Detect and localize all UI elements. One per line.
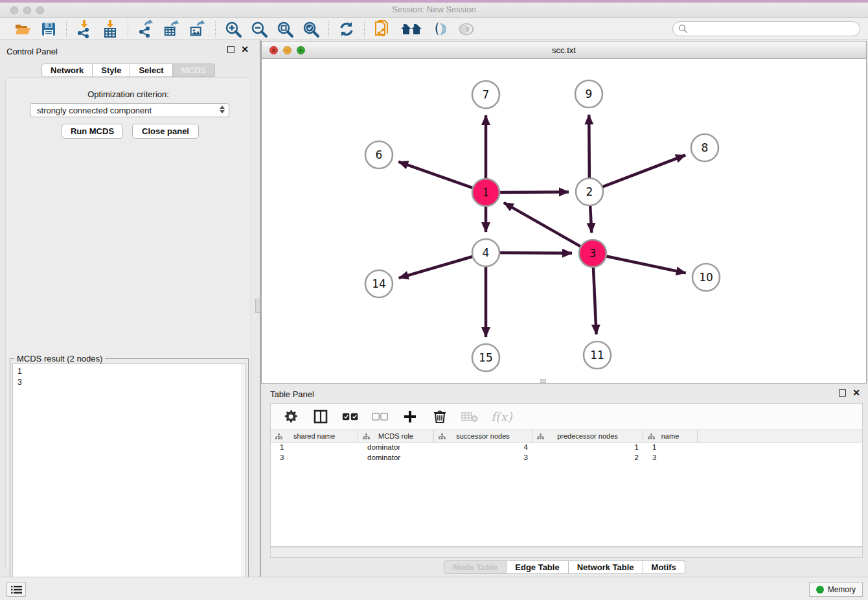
column-header-shared-name[interactable]: shared name — [271, 430, 358, 442]
split-columns-icon[interactable] — [312, 408, 329, 425]
cell-shared-name[interactable]: 1 — [271, 443, 358, 453]
criterion-value: strongly connected component — [37, 106, 152, 115]
mcds-result-text[interactable]: 1 3 — [12, 363, 246, 600]
zoom-out-icon[interactable] — [251, 21, 268, 38]
horizontal-splitter-handle[interactable] — [540, 379, 546, 383]
function-builder-icon[interactable]: f(x) — [491, 410, 512, 424]
select-all-icon[interactable] — [342, 408, 359, 425]
column-header-MCDS-role[interactable]: MCDS role — [358, 430, 434, 442]
node-label-6: 6 — [376, 148, 383, 161]
save-session-icon[interactable] — [40, 21, 57, 38]
deselect-all-icon[interactable] — [372, 408, 389, 425]
control-panel-float-icon[interactable] — [227, 46, 234, 53]
cell-successor-nodes[interactable]: 3 — [434, 453, 532, 463]
chevron-up-down-icon — [220, 106, 225, 113]
edge-4-3[interactable] — [497, 253, 572, 253]
tab-node-table[interactable]: Node Table — [444, 560, 507, 574]
import-network-icon[interactable] — [76, 21, 93, 38]
node-label-14: 14 — [372, 277, 386, 290]
edge-2-3[interactable] — [590, 203, 591, 233]
column-header-name[interactable]: name — [643, 430, 698, 442]
network-canvas[interactable]: 7968124314101511 — [262, 59, 866, 383]
window-titlebar: Session: New Session — [0, 0, 868, 18]
cell-MCDS-role[interactable]: dominator — [358, 453, 434, 463]
hide-selected-icon[interactable] — [458, 21, 475, 38]
window-title: Session: New Session — [0, 5, 868, 14]
control-panel-tabs: NetworkStyleSelectMCDS — [0, 63, 257, 77]
status-bar: Memory — [0, 577, 868, 600]
run-mcds-button[interactable]: Run MCDS — [62, 124, 123, 139]
import-table-icon[interactable] — [102, 21, 119, 38]
tab-motifs[interactable]: Motifs — [643, 560, 685, 574]
table-panel: Table Panel ✕ f(x) shared nameMCDS roles… — [261, 386, 868, 577]
delete-column-icon[interactable] — [431, 408, 448, 425]
zoom-fit-icon[interactable] — [277, 21, 293, 38]
network-window-title: scc.txt — [262, 45, 866, 55]
main-toolbar — [0, 18, 868, 40]
mcds-panel: Optimization criterion: strongly connect… — [5, 77, 251, 570]
edge-1-6[interactable] — [398, 162, 475, 189]
table-row[interactable]: 3dominator323 — [271, 453, 862, 463]
vertical-splitter-handle[interactable] — [255, 299, 260, 313]
delete-table-icon[interactable] — [461, 408, 478, 425]
control-panel-close-icon[interactable]: ✕ — [241, 46, 249, 53]
close-panel-button[interactable]: Close panel — [132, 124, 199, 139]
network-from-selection-icon[interactable] — [374, 21, 391, 38]
table-panel-float-icon[interactable] — [839, 389, 846, 397]
cell-predecessor-nodes[interactable]: 2 — [532, 453, 643, 463]
task-history-button[interactable] — [6, 582, 26, 597]
list-icon — [11, 585, 22, 594]
node-label-3: 3 — [589, 247, 597, 260]
network-window-titlebar[interactable]: ✕ − + scc.txt — [262, 41, 866, 59]
zoom-selected-icon[interactable] — [303, 21, 319, 38]
optimization-criterion-label: Optimization criterion: — [6, 89, 251, 99]
cell-MCDS-role[interactable]: dominator — [358, 443, 434, 453]
node-label-1: 1 — [483, 186, 490, 199]
tab-network[interactable]: Network — [41, 63, 93, 77]
table-panel-title: Table Panel — [270, 389, 314, 399]
edge-2-9[interactable] — [589, 115, 589, 180]
table-toolbar: f(x) — [270, 403, 863, 430]
apply-style-icon[interactable] — [432, 21, 449, 38]
edge-3-11[interactable] — [593, 265, 597, 334]
edge-2-8[interactable] — [600, 155, 685, 187]
node-label-8: 8 — [702, 141, 709, 154]
column-header-successor-nodes[interactable]: successor nodes — [434, 430, 532, 442]
cell-predecessor-nodes[interactable]: 1 — [532, 443, 643, 453]
export-network-icon[interactable] — [137, 21, 154, 38]
search-input[interactable] — [672, 21, 860, 36]
zoom-in-icon[interactable] — [225, 21, 242, 38]
cell-name[interactable]: 1 — [643, 443, 698, 453]
criterion-dropdown[interactable]: strongly connected component — [30, 103, 229, 117]
result-scrollbar[interactable] — [241, 364, 246, 600]
tab-select[interactable]: Select — [130, 63, 172, 77]
export-image-icon[interactable] — [189, 21, 206, 38]
table-scrollbar-track[interactable] — [270, 547, 863, 558]
mcds-result-title: MCDS result (2 nodes) — [14, 354, 105, 363]
tab-network-table[interactable]: Network Table — [569, 560, 643, 574]
memory-status-icon — [816, 586, 824, 594]
cell-shared-name[interactable]: 3 — [271, 453, 358, 463]
table-panel-close-icon[interactable]: ✕ — [852, 389, 860, 397]
edge-1-2[interactable] — [497, 192, 569, 192]
export-table-icon[interactable] — [163, 21, 180, 38]
table-header-row: shared nameMCDS rolesuccessor nodesprede… — [271, 430, 862, 443]
tab-edge-table[interactable]: Edge Table — [507, 560, 568, 574]
open-file-icon[interactable] — [14, 21, 31, 38]
cell-successor-nodes[interactable]: 4 — [434, 443, 532, 453]
gear-icon[interactable] — [282, 408, 299, 425]
column-header-predecessor-nodes[interactable]: predecessor nodes — [532, 430, 643, 442]
table-row[interactable]: 1dominator411 — [271, 443, 862, 453]
network-view-window: ✕ − + scc.txt 7968124314101511 — [261, 41, 867, 384]
add-column-icon[interactable] — [402, 408, 418, 425]
edge-4-14[interactable] — [399, 256, 475, 278]
node-table[interactable]: shared nameMCDS rolesuccessor nodesprede… — [270, 430, 863, 547]
edge-3-10[interactable] — [604, 256, 686, 273]
edge-3-1[interactable] — [504, 203, 583, 248]
tab-mcds[interactable]: MCDS — [173, 63, 215, 77]
cell-name[interactable]: 3 — [643, 453, 698, 463]
refresh-icon[interactable] — [338, 21, 355, 38]
show-networks-icon[interactable] — [400, 21, 423, 38]
tab-style[interactable]: Style — [93, 63, 130, 77]
memory-button[interactable]: Memory — [809, 582, 863, 597]
